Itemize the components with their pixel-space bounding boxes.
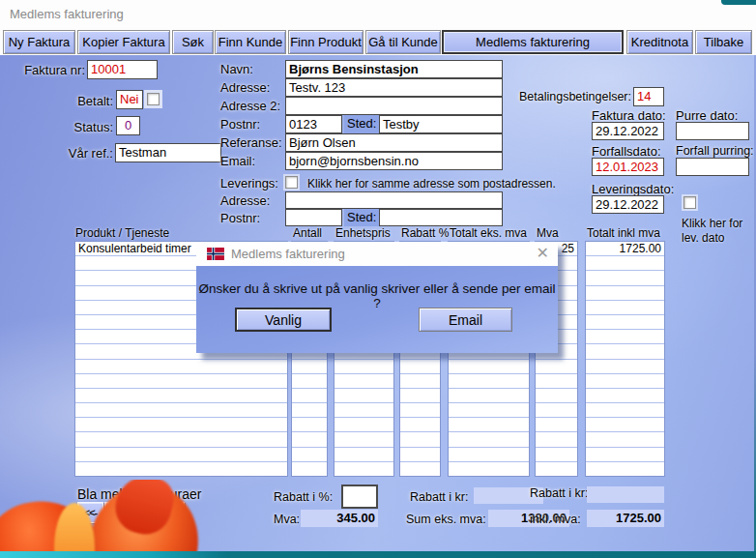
table-cell[interactable] (75, 403, 287, 418)
table-cell[interactable] (292, 448, 327, 462)
address-field[interactable]: Testv. 123 (285, 78, 503, 97)
search-button[interactable]: Søk (172, 30, 214, 54)
table-cell[interactable] (536, 448, 577, 462)
back-button[interactable]: Tilbake (695, 30, 752, 54)
status-field[interactable]: 0 (116, 116, 140, 135)
table-cell[interactable] (586, 448, 664, 462)
table-cell[interactable]: 1725.00 (586, 242, 664, 256)
delivery-date-checkbox[interactable] (683, 196, 696, 209)
table-cell[interactable] (449, 389, 529, 403)
table-cell[interactable] (400, 432, 440, 447)
table-cell[interactable] (75, 448, 287, 462)
table-cell[interactable] (586, 271, 664, 285)
same-address-checkbox[interactable] (285, 176, 298, 189)
table-cell[interactable] (586, 301, 664, 315)
goto-customer-button[interactable]: Gå til Kunde (365, 30, 441, 54)
table-cell[interactable] (334, 403, 393, 418)
find-product-button[interactable]: Finn Produkt (288, 30, 363, 54)
table-cell[interactable] (449, 360, 529, 374)
window-titlebar[interactable]: Medlems fakturering (0, 0, 756, 29)
table-cell[interactable] (292, 389, 327, 403)
table-cell[interactable] (400, 389, 440, 403)
table-cell[interactable] (449, 462, 529, 477)
email-button[interactable]: Email (419, 308, 512, 332)
table-cell[interactable] (334, 462, 393, 477)
table-cell[interactable] (586, 374, 664, 389)
table-cell[interactable] (586, 344, 664, 359)
table-cell[interactable] (75, 374, 287, 389)
table-cell[interactable] (334, 360, 393, 374)
dialog-close-icon[interactable]: ✕ (537, 244, 549, 263)
address2-field[interactable] (285, 97, 503, 115)
copy-invoice-button[interactable]: Kopier Faktura (77, 30, 170, 54)
table-cell[interactable] (334, 448, 393, 462)
table-cell[interactable] (75, 360, 287, 374)
reference-field[interactable]: Bjørn Olsen (285, 133, 503, 152)
table-cell[interactable] (292, 403, 327, 418)
member-invoicing-button[interactable]: Medlems fakturering (442, 30, 624, 54)
table-cell[interactable] (400, 462, 440, 477)
due-date-field[interactable]: 12.01.2023 (592, 158, 664, 176)
discount-pct-input[interactable] (341, 485, 378, 509)
invoice-date-field[interactable]: 29.12.2022 (592, 122, 664, 140)
table-cell[interactable] (536, 389, 577, 403)
table-cell[interactable] (400, 403, 440, 418)
email-field[interactable]: bjorn@bjornsbensin.no (285, 152, 503, 170)
delivery-city-field[interactable] (379, 209, 503, 226)
table-cell[interactable] (292, 374, 327, 389)
table-cell[interactable] (400, 374, 440, 389)
our-ref-field[interactable]: Testman (115, 143, 221, 162)
table-cell[interactable] (334, 418, 393, 432)
table-cell[interactable] (536, 403, 577, 418)
table-cell[interactable] (292, 360, 327, 374)
dialog-titlebar[interactable]: Medlems fakturering ✕ (196, 242, 558, 266)
credit-note-button[interactable]: Kreditnota (626, 30, 693, 54)
table-cell[interactable] (75, 462, 287, 477)
table-cell[interactable] (586, 256, 664, 271)
invoice-number-field[interactable]: 10001 (87, 60, 158, 79)
find-customer-button[interactable]: Finn Kunde (215, 30, 286, 54)
table-cell[interactable] (75, 418, 287, 432)
table-cell[interactable] (586, 315, 664, 330)
zip-field[interactable]: 0123 (285, 115, 342, 133)
delivery-zip-field[interactable] (285, 209, 342, 226)
delivery-address-field[interactable] (285, 191, 503, 209)
reminder-due-field[interactable] (676, 158, 749, 176)
table-cell[interactable] (334, 374, 393, 389)
table-cell[interactable] (292, 462, 327, 477)
table-cell[interactable] (449, 418, 529, 432)
name-field[interactable]: Bjørns Bensinstasjon (285, 60, 503, 78)
table-cell[interactable] (586, 389, 664, 403)
table-cell[interactable] (400, 448, 440, 462)
table-cell[interactable] (292, 432, 327, 447)
vanlig-button[interactable]: Vanlig (235, 308, 332, 332)
table-cell[interactable] (449, 448, 529, 462)
table-cell[interactable] (449, 432, 529, 447)
table-cell[interactable] (586, 432, 664, 447)
table-cell[interactable] (536, 374, 577, 389)
reminder-date-field[interactable] (676, 122, 749, 140)
table-cell[interactable] (586, 360, 664, 374)
table-cell[interactable] (449, 403, 529, 418)
table-cell[interactable] (75, 389, 287, 403)
delivery-date-field[interactable]: 29.12.2022 (592, 195, 664, 214)
table-cell[interactable] (400, 418, 440, 432)
table-cell[interactable] (536, 418, 577, 432)
table-cell[interactable] (586, 418, 664, 432)
table-cell[interactable] (400, 360, 440, 374)
table-cell[interactable] (586, 330, 664, 344)
paid-field[interactable]: Nei (116, 90, 143, 109)
table-cell[interactable] (586, 403, 664, 418)
paid-checkbox[interactable] (147, 93, 160, 105)
table-cell[interactable] (292, 418, 327, 432)
table-cell[interactable] (75, 432, 287, 447)
new-invoice-button[interactable]: Ny Faktura (3, 30, 75, 54)
table-cell[interactable] (449, 374, 529, 389)
table-cell[interactable] (536, 462, 577, 477)
table-cell[interactable] (334, 432, 393, 447)
table-cell[interactable] (334, 389, 393, 403)
table-cell[interactable] (536, 432, 577, 447)
table-cell[interactable] (586, 286, 664, 301)
table-cell[interactable] (586, 462, 664, 477)
table-cell[interactable] (536, 360, 577, 374)
